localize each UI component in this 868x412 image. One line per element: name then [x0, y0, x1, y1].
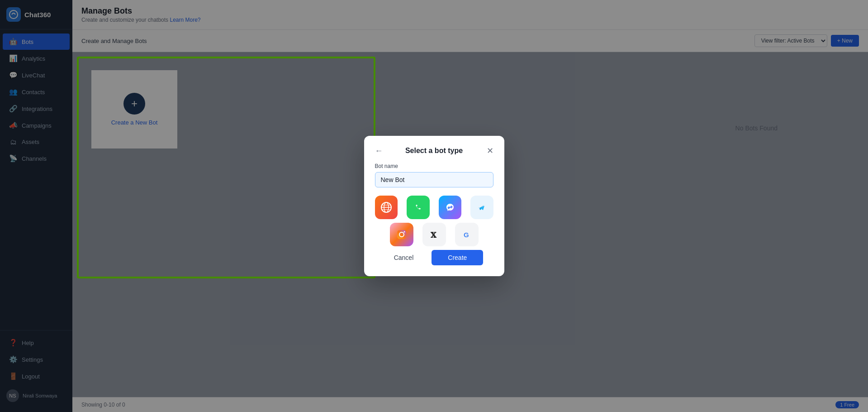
create-button[interactable]: Create: [432, 250, 483, 265]
bot-name-label: Bot name: [375, 163, 493, 169]
bot-type-row-2: 𝕏 G: [375, 223, 493, 246]
back-arrow-icon: ←: [375, 146, 383, 156]
bot-type-twitter[interactable]: 𝕏: [422, 223, 446, 246]
bot-type-google[interactable]: G: [455, 223, 479, 246]
svg-text:𝕏: 𝕏: [431, 231, 437, 239]
bot-type-messenger[interactable]: [439, 196, 462, 219]
bot-name-field-container: Bot name: [375, 163, 493, 196]
modal-close-button[interactable]: ✕: [487, 146, 493, 156]
close-icon: ✕: [487, 146, 493, 155]
bot-name-input[interactable]: [375, 172, 493, 187]
bot-type-web[interactable]: [375, 196, 398, 219]
bot-type-row-1: [375, 196, 493, 219]
bot-type-whatsapp[interactable]: [407, 196, 430, 219]
modal-actions: Cancel Create: [375, 250, 493, 265]
modal-overlay: ← Select a bot type ✕ Bot name: [0, 0, 868, 412]
modal-title: Select a bot type: [405, 147, 463, 155]
modal-back-button[interactable]: ←: [375, 146, 383, 156]
svg-text:G: G: [464, 231, 469, 239]
select-bot-type-modal: ← Select a bot type ✕ Bot name: [364, 136, 504, 276]
svg-point-11: [403, 231, 405, 233]
modal-header: ← Select a bot type ✕: [375, 147, 493, 155]
bot-type-instagram[interactable]: [390, 223, 413, 246]
bot-type-telegram[interactable]: [470, 196, 493, 219]
cancel-button[interactable]: Cancel: [385, 250, 423, 265]
